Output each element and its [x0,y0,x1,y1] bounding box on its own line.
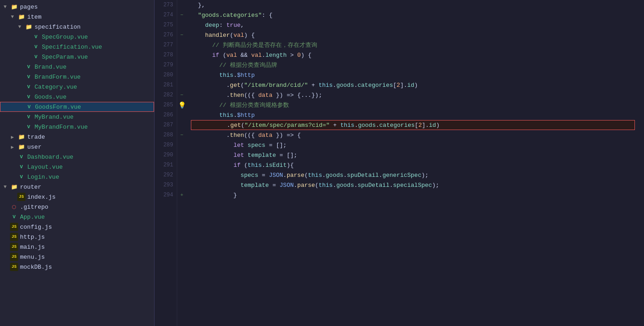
sidebar-item-item[interactable]: 📁 item [0,12,154,22]
sidebar-item-specification[interactable]: 📁 specification [0,22,154,32]
code-line-288: .then(({ data }) => { [191,130,635,140]
sidebar-label: router [20,184,41,191]
code-editor[interactable]: 273 274 275 276 277 278 279 280 281 282 … [155,0,644,326]
sidebar-item-config-js[interactable]: JS config.js [0,222,154,232]
code-line-292: specs = JSON.parse(this.goods.spuDetail.… [191,170,635,180]
code-content: }, "goods.categories": { deep: true, han… [186,0,644,326]
sidebar-label: GoodsForm.vue [35,104,81,110]
folder-icon: 📁 [10,3,18,11]
js-icon: JS [10,223,18,231]
sidebar-label: Dashboard.vue [27,154,73,160]
code-line-275: deep: true, [191,20,635,30]
js-icon: JS [10,253,18,261]
sidebar-label: pages [20,4,38,10]
js-icon: JS [17,193,25,201]
sidebar-label: user [27,144,41,150]
sidebar-label: Layout.vue [27,164,63,171]
sidebar-label: mockDB.js [20,264,52,271]
code-line-291: if (this.isEdit){ [191,160,635,170]
vue-icon: V [25,113,33,121]
sidebar-label: .gitrepo [20,204,48,211]
sidebar-item-app-vue[interactable]: V App.vue [0,212,154,222]
sidebar-item-menu-js[interactable]: JS menu.js [0,252,154,262]
code-line-282: .then(({ data }) => {...}); [191,90,635,100]
sidebar-item-specparam[interactable]: V SpecParam.vue [0,52,154,62]
folder-icon: 📁 [17,13,25,21]
vue-icon: V [32,53,40,61]
sidebar-label: BrandForm.vue [35,74,80,80]
sidebar-item-dashboard[interactable]: V Dashboard.vue [0,152,154,162]
code-line-290: let template = []; [191,150,635,160]
vue-icon: V [25,93,33,101]
sidebar-item-goodsform[interactable]: V GoodsForm.vue [0,102,154,112]
sidebar-label: MyBrandForm.vue [35,124,88,130]
sidebar-item-mybrandform[interactable]: V MyBrandForm.vue [0,122,154,132]
sidebar-label: http.js [20,234,45,241]
folder-icon: 📁 [25,23,33,31]
vue-icon: V [32,43,40,51]
sidebar-item-mybrand[interactable]: V MyBrand.vue [0,112,154,122]
sidebar-item-pages[interactable]: 📁 pages [0,2,154,12]
code-line-285: 💡 // 根据分类查询规格参数 [191,100,635,110]
code-line-280: this.$http [191,70,635,80]
sidebar-label: App.vue [20,214,45,221]
code-line-286: this.$http [191,110,635,120]
arrow-icon [11,144,17,150]
vue-icon: V [10,213,18,221]
js-icon: JS [10,263,18,271]
vue-icon: V [25,83,33,91]
sidebar-item-login[interactable]: V Login.vue [0,172,154,182]
sidebar-item-main-js[interactable]: JS main.js [0,242,154,252]
arrow-icon [4,184,10,190]
code-line-294: } [191,190,635,200]
vue-icon: V [25,73,33,81]
git-icon: ⬡ [10,203,18,211]
sidebar-item-category[interactable]: V Category.vue [0,82,154,92]
sidebar-label: Brand.vue [35,64,66,70]
file-tree[interactable]: 📁 pages 📁 item 📁 specification V SpecGro… [0,0,155,326]
js-icon: JS [10,243,18,251]
sidebar-item-specification-vue[interactable]: V Specification.vue [0,42,154,52]
sidebar-item-gitrepo[interactable]: ⬡ .gitrepo [0,202,154,212]
sidebar-item-index-js[interactable]: JS index.js [0,192,154,202]
js-icon: JS [10,233,18,241]
sidebar-item-mockdb-js[interactable]: JS mockDB.js [0,262,154,272]
folder-icon: 📁 [10,183,18,191]
vue-icon: V [25,123,33,131]
code-line-273: }, [191,0,635,10]
vue-icon: V [32,33,40,41]
code-line-276: handler(val) { [191,30,635,40]
fold-gutter[interactable]: − − − − + [177,0,186,326]
code-line-293: template = JSON.parse(this.goods.spuDeta… [191,180,635,190]
sidebar-item-goods[interactable]: V Goods.vue [0,92,154,102]
sidebar-label: SpecParam.vue [42,54,88,60]
vue-icon: V [17,173,25,181]
vue-icon: V [17,153,25,161]
sidebar-label: item [27,14,41,20]
sidebar-label: SpecGroup.vue [42,34,88,40]
lamp-icon: 💡 [178,101,186,109]
sidebar-label: main.js [20,244,45,251]
sidebar-label: Category.vue [35,84,77,90]
code-line-278: if (val && val.length > 0) { [191,50,635,60]
folder-icon: 📁 [17,143,25,151]
code-line-274: "goods.categories": { [191,10,635,20]
sidebar-item-router[interactable]: 📁 router [0,182,154,192]
code-line-281: .get("/item/brand/cid/" + this.goods.cat… [191,80,635,90]
sidebar-label: trade [27,134,45,140]
arrow-icon [11,134,17,140]
sidebar-label: specification [35,24,80,30]
sidebar-item-layout[interactable]: V Layout.vue [0,162,154,172]
sidebar-item-brandform[interactable]: V BrandForm.vue [0,72,154,82]
vue-icon: V [17,163,25,171]
sidebar-label: config.js [20,224,52,231]
sidebar-item-user[interactable]: 📁 user [0,142,154,152]
arrow-icon [4,4,10,10]
sidebar-item-brand[interactable]: V Brand.vue [0,62,154,72]
sidebar-label: Login.vue [27,174,59,181]
vue-icon: V [25,103,33,111]
sidebar-item-trade[interactable]: 📁 trade [0,132,154,142]
sidebar-label: Specification.vue [42,44,102,50]
sidebar-item-http-js[interactable]: JS http.js [0,232,154,242]
sidebar-item-specgroup[interactable]: V SpecGroup.vue [0,32,154,42]
